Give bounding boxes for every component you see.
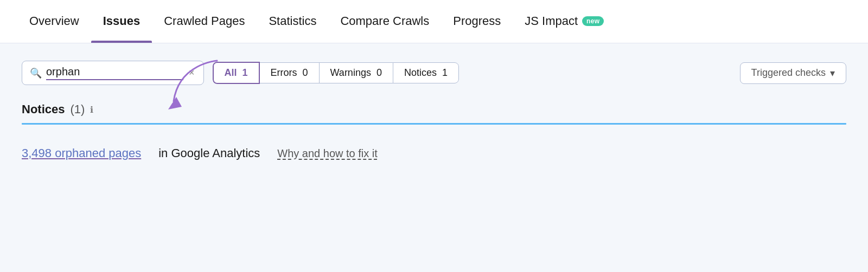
nav-item-issues[interactable]: Issues <box>91 0 152 43</box>
filter-tab-notices[interactable]: Notices 1 <box>393 62 459 83</box>
section-header: Notices (1) ℹ <box>22 102 846 116</box>
section-title: Notices <box>22 102 65 116</box>
nav-label-progress: Progress <box>453 14 501 28</box>
notices-section: Notices (1) ℹ 3,498 orphaned pages in Go… <box>22 102 846 165</box>
svg-marker-0 <box>168 97 182 109</box>
chevron-down-icon: ▾ <box>830 67 835 79</box>
nav-item-statistics[interactable]: Statistics <box>257 0 328 43</box>
triggered-checks-button[interactable]: Triggered checks ▾ <box>740 62 846 84</box>
nav-badge-new: new <box>582 16 604 26</box>
nav-item-js-impact[interactable]: JS Impact new <box>513 0 616 43</box>
content-area: 🔍 × All 1 Errors 0 Warnings 0 Notices 1 … <box>0 43 868 272</box>
section-divider <box>22 123 846 125</box>
filter-tab-warnings[interactable]: Warnings 0 <box>319 62 393 83</box>
nav-label-compare-crawls: Compare Crawls <box>340 14 429 28</box>
nav-item-progress[interactable]: Progress <box>441 0 513 43</box>
triggered-checks-label: Triggered checks <box>751 67 826 79</box>
nav-bar: Overview Issues Crawled Pages Statistics… <box>0 0 868 43</box>
nav-item-compare-crawls[interactable]: Compare Crawls <box>328 0 441 43</box>
search-icon: 🔍 <box>30 67 42 79</box>
why-fix-link[interactable]: Why and how to fix it <box>277 147 378 160</box>
nav-label-overview: Overview <box>29 14 79 28</box>
filter-tab-all[interactable]: All 1 <box>213 62 260 84</box>
nav-label-js-impact: JS Impact <box>525 14 578 28</box>
filter-tab-errors[interactable]: Errors 0 <box>259 62 320 83</box>
nav-item-overview[interactable]: Overview <box>17 0 91 43</box>
nav-label-statistics: Statistics <box>269 14 316 28</box>
nav-item-crawled-pages[interactable]: Crawled Pages <box>152 0 257 43</box>
filter-tabs: All 1 Errors 0 Warnings 0 Notices 1 <box>213 62 459 84</box>
nav-label-crawled-pages: Crawled Pages <box>164 14 245 28</box>
info-icon[interactable]: ℹ <box>90 105 93 115</box>
orphaned-pages-link[interactable]: 3,498 orphaned pages <box>22 146 141 160</box>
result-middle-text: in Google Analytics <box>158 146 260 160</box>
nav-label-issues: Issues <box>103 14 141 28</box>
filter-bar: 🔍 × All 1 Errors 0 Warnings 0 Notices 1 … <box>22 61 846 85</box>
section-count: (1) <box>70 102 85 116</box>
result-row: 3,498 orphaned pages in Google Analytics… <box>22 140 846 165</box>
